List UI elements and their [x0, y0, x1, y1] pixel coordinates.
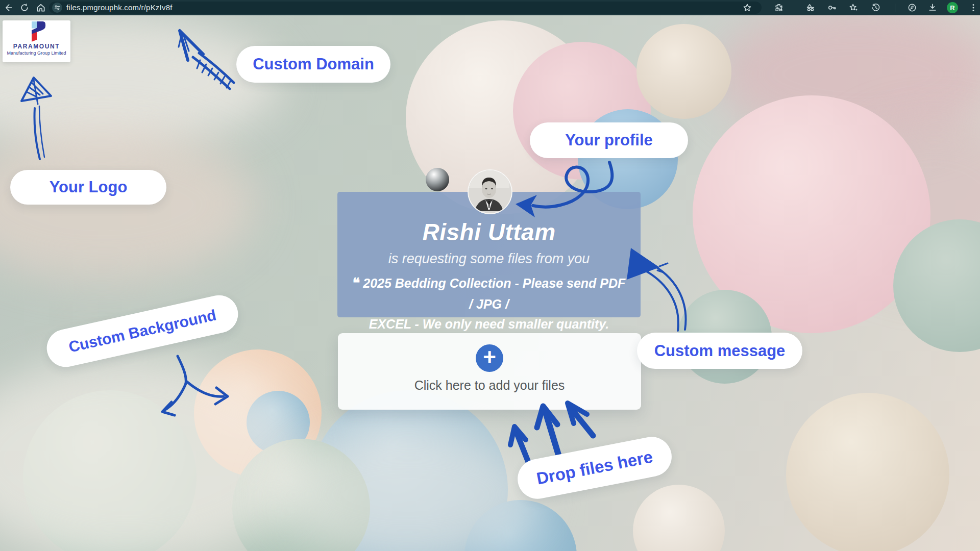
- home-icon[interactable]: [36, 3, 46, 13]
- toolbar-divider: [895, 4, 895, 12]
- menu-kebab-icon[interactable]: [968, 3, 978, 13]
- custom-background-label: Custom Background: [67, 306, 217, 356]
- file-drop-zone[interactable]: + Click here to add your files: [338, 333, 641, 410]
- plus-icon: +: [483, 346, 496, 368]
- reload-icon[interactable]: [19, 3, 30, 13]
- background-sphere: [636, 24, 731, 119]
- logo-company-name: PARAMOUNT: [13, 43, 60, 50]
- your-profile-label: Your profile: [565, 131, 653, 149]
- extensions-icon[interactable]: [774, 3, 784, 13]
- browser-toolbar: files.pmgrouphk.com/r/pKzIv8f R: [0, 0, 980, 15]
- drop-files-callout: Drop files here: [514, 434, 675, 503]
- custom-message-callout: Custom message: [637, 333, 802, 369]
- request-message-line1: 2025 Bedding Collection - Please send PD…: [363, 276, 625, 311]
- history-icon[interactable]: [871, 3, 881, 13]
- upload-instruction: Click here to add your files: [414, 378, 565, 393]
- screen: Rishi Uttam is requesting some files fro…: [0, 0, 980, 551]
- chrome-marble-sphere: [426, 168, 449, 191]
- quote-mark-icon: ❝: [353, 276, 360, 291]
- request-message-line2: EXCEL - We only need smaller quantity.: [369, 317, 609, 331]
- custom-message-label: Custom message: [654, 342, 786, 360]
- url-text[interactable]: files.pmgrouphk.com/r/pKzIv8f: [66, 0, 173, 15]
- starred-extension-icon[interactable]: [848, 3, 859, 13]
- energy-saver-icon[interactable]: [907, 3, 917, 13]
- request-message: ❝2025 Bedding Collection - Please send P…: [351, 273, 627, 334]
- back-icon[interactable]: [3, 3, 13, 13]
- add-files-button[interactable]: +: [476, 344, 503, 372]
- bookmark-star-icon[interactable]: [742, 3, 752, 13]
- background-sphere: [633, 485, 725, 551]
- your-logo-label: Your Logo: [50, 178, 128, 196]
- logo-company-subtitle: Manufacturing Group Limited: [7, 51, 66, 56]
- your-profile-callout: Your profile: [530, 122, 688, 158]
- request-subtitle: is requesting some files from you: [337, 251, 641, 267]
- profile-avatar: [468, 169, 512, 214]
- site-info-icon[interactable]: [52, 3, 62, 13]
- custom-domain-callout: Custom Domain: [236, 46, 390, 83]
- profile-avatar-image: [469, 170, 509, 211]
- drop-files-label: Drop files here: [535, 447, 654, 488]
- password-key-icon[interactable]: [827, 3, 837, 13]
- custom-domain-label: Custom Domain: [253, 55, 374, 73]
- cloud-blob: [276, 429, 541, 551]
- paramount-logo-mark: [28, 20, 46, 42]
- your-logo-callout: Your Logo: [10, 170, 166, 205]
- incognito-extension-icon[interactable]: [805, 3, 816, 13]
- background-sphere: [786, 393, 949, 551]
- downloads-icon[interactable]: [927, 3, 938, 13]
- company-logo: PARAMOUNT Manufacturing Group Limited: [3, 20, 70, 62]
- browser-profile-avatar[interactable]: R: [947, 2, 958, 13]
